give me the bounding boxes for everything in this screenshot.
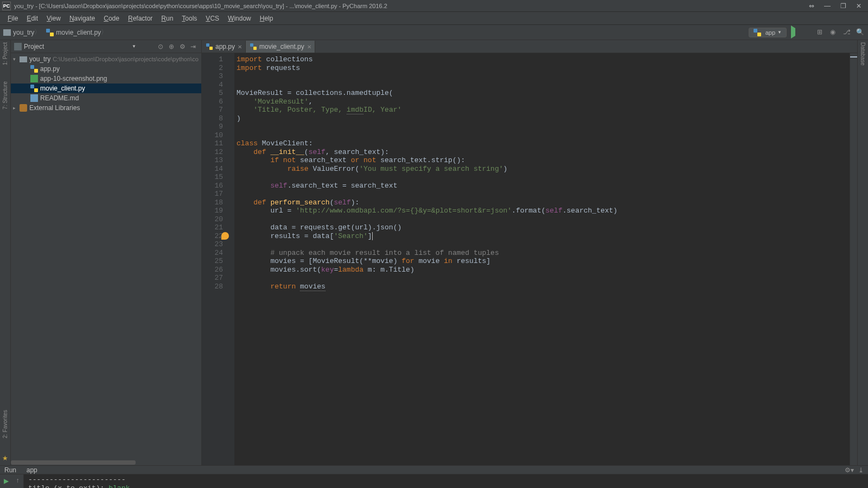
menu-code[interactable]: Code xyxy=(99,15,124,22)
run-left-toolbar-2: ↑ ↓ ⤶ 🖶 🗑 xyxy=(12,474,24,488)
python-icon xyxy=(754,29,761,36)
tree-label: movie_client.py xyxy=(40,85,85,92)
tree-label: app.py xyxy=(40,65,60,73)
project-tree[interactable]: ▾you_tryC:\Users\Jason\Dropbox\jason\pro… xyxy=(11,53,201,460)
favorites-tool-tab[interactable]: 2: Favorites xyxy=(2,410,8,438)
pycharm-icon: PC xyxy=(2,2,11,10)
tree-label: README.md xyxy=(40,94,79,102)
editor-area: app.py✕movie_client.py✕ 1234567891011121… xyxy=(202,40,857,465)
search-icon[interactable]: 🔍 xyxy=(856,28,865,37)
window-title: you_try - [C:\Users\Jason\Dropbox\jason\… xyxy=(14,3,809,9)
project-pane-header: Project ▼ ⊙ ⊕ ⚙ ⇥ xyxy=(11,40,201,53)
window-controls: ⇔ — ❐ ✕ xyxy=(809,2,866,10)
tree-item[interactable]: ▾you_tryC:\Users\Jason\Dropbox\jason\pro… xyxy=(11,54,201,64)
project-pane-title: Project xyxy=(24,43,132,50)
right-tool-strip: Database xyxy=(857,40,868,465)
hide-icon[interactable]: ⇥ xyxy=(190,43,198,50)
tree-arrow-icon: ▸ xyxy=(13,105,20,111)
editor-scrollbar[interactable] xyxy=(850,53,857,465)
folder-icon xyxy=(20,56,27,62)
debug-icon[interactable] xyxy=(804,28,813,37)
left-tool-strip: 1: Project 7: Structure 2: Favorites ★ xyxy=(0,40,11,465)
fold-gutter xyxy=(228,53,234,465)
tree-item[interactable]: ▸External Libraries xyxy=(11,103,201,113)
menu-window[interactable]: Window xyxy=(224,15,256,22)
python-icon xyxy=(250,43,257,50)
coverage-icon[interactable]: ⊞ xyxy=(817,28,826,37)
folder-icon xyxy=(3,29,11,36)
tree-label: you_try xyxy=(29,55,50,63)
tree-item[interactable]: movie_client.py xyxy=(11,84,201,93)
collapse-icon[interactable]: ⊙ xyxy=(158,43,165,50)
menu-file[interactable]: File xyxy=(3,15,22,22)
scroll-icon[interactable]: ⊕ xyxy=(169,43,176,50)
tree-label: app-10-screenshot.png xyxy=(40,75,107,82)
menu-edit[interactable]: Edit xyxy=(22,15,42,22)
title-bar: PC you_try - [C:\Users\Jason\Dropbox\jas… xyxy=(0,0,868,12)
menu-view[interactable]: View xyxy=(42,15,65,22)
run-pane-title: Run app xyxy=(4,466,37,474)
breadcrumb[interactable]: you_try 〉 xyxy=(3,28,41,37)
menu-navigate[interactable]: Navigate xyxy=(65,15,99,22)
menu-bar: FileEditViewNavigateCodeRefactorRunTools… xyxy=(0,12,868,25)
nav-bar: you_try 〉movie_client.py 〉 app ▼ ⊞ ◉ ⎇ 🔍 xyxy=(0,25,868,40)
py-icon xyxy=(30,85,38,92)
tree-item[interactable]: app-10-screenshot.png xyxy=(11,74,201,84)
close-tab-icon[interactable]: ✕ xyxy=(238,44,242,50)
gear-icon[interactable]: ⚙ xyxy=(180,43,187,50)
run-pane-header: Run app ⚙▾ ⤓ xyxy=(0,466,868,474)
project-pane: Project ▼ ⊙ ⊕ ⚙ ⇥ ▾you_tryC:\Users\Jason… xyxy=(11,40,202,465)
breadcrumb[interactable]: movie_client.py 〉 xyxy=(46,28,107,37)
project-icon xyxy=(14,43,22,50)
minimize-icon[interactable]: — xyxy=(824,2,831,10)
tree-arrow-icon: ▾ xyxy=(13,56,20,62)
run-config-name: app xyxy=(765,29,775,36)
md-icon xyxy=(30,94,38,102)
tree-item[interactable]: README.md xyxy=(11,93,201,103)
project-tool-tab[interactable]: 1: Project xyxy=(2,42,8,65)
close-icon[interactable]: ✕ xyxy=(856,2,861,10)
run-left-toolbar: ▶ ⏸ ⎙ ↻ ✕ ? xyxy=(0,474,12,488)
stop-icon[interactable]: ◉ xyxy=(830,28,839,37)
tree-label: External Libraries xyxy=(29,104,80,112)
tree-item[interactable]: app.py xyxy=(11,64,201,74)
run-console[interactable]: -----------------------title (x to exit)… xyxy=(24,474,868,488)
py-icon xyxy=(30,65,38,73)
python-icon xyxy=(206,43,213,50)
rerun-icon[interactable]: ▶ xyxy=(2,477,10,485)
gear-icon[interactable]: ⚙▾ xyxy=(845,466,854,474)
line-number-gutter: 1234567891011121314151617181920212223242… xyxy=(202,53,228,465)
resize-icon[interactable]: ⇔ xyxy=(809,2,814,10)
structure-tool-tab[interactable]: 7: Structure xyxy=(2,81,8,110)
editor-tabs: app.py✕movie_client.py✕ xyxy=(202,40,857,53)
run-icon[interactable] xyxy=(791,28,800,37)
lib-icon xyxy=(20,104,27,112)
menu-run[interactable]: Run xyxy=(157,15,177,22)
database-tool-tab[interactable]: Database xyxy=(860,42,866,66)
py-icon xyxy=(46,29,54,36)
maximize-icon[interactable]: ❐ xyxy=(840,2,846,10)
vcs-icon[interactable]: ⎇ xyxy=(843,28,852,37)
download-icon[interactable]: ⤓ xyxy=(858,466,864,474)
chevron-down-icon[interactable]: ▼ xyxy=(132,44,136,49)
up-icon[interactable]: ↑ xyxy=(16,477,20,484)
project-scrollbar[interactable] xyxy=(11,460,201,465)
menu-help[interactable]: Help xyxy=(256,15,278,22)
menu-tools[interactable]: Tools xyxy=(177,15,201,22)
close-tab-icon[interactable]: ✕ xyxy=(307,44,311,50)
chevron-down-icon: ▼ xyxy=(777,30,782,35)
intention-bulb-icon[interactable] xyxy=(221,232,229,240)
menu-refactor[interactable]: Refactor xyxy=(124,15,157,22)
run-pane: Run app ⚙▾ ⤓ ▶ ⏸ ⎙ ↻ ✕ ? ↑ ↓ ⤶ 🖶 🗑 -----… xyxy=(0,465,868,488)
code-editor[interactable]: import collectionsimport requestsMovieRe… xyxy=(234,53,850,465)
editor-tab[interactable]: app.py✕ xyxy=(202,41,246,53)
run-config-selector[interactable]: app ▼ xyxy=(749,28,787,37)
editor-tab[interactable]: movie_client.py✕ xyxy=(246,41,315,53)
menu-vcs[interactable]: VCS xyxy=(201,15,224,22)
star-icon: ★ xyxy=(2,454,8,462)
img-icon xyxy=(30,75,38,82)
